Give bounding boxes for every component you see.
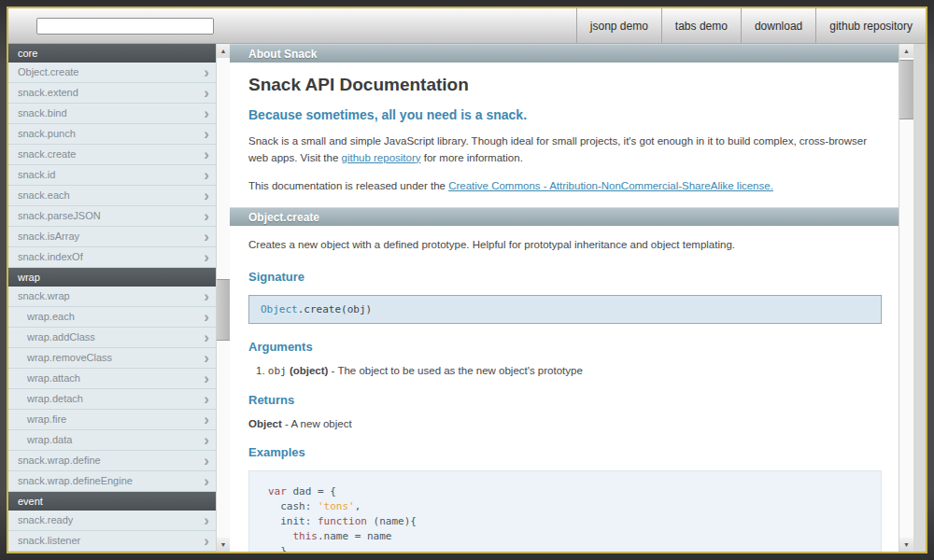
sidebar-item-snack.create[interactable]: snack.create› (8, 145, 216, 165)
chevron-right-icon: › (204, 329, 209, 346)
menu-item-jsonp-demo[interactable]: jsonp demo (576, 8, 661, 43)
sidebar-scroll-track[interactable] (217, 58, 230, 538)
sidebar-item-label: snack.indexOf (18, 247, 204, 267)
object-create-content: Creates a new object with a defined prot… (230, 237, 899, 552)
sidebar-item-snack.punch[interactable]: snack.punch› (8, 124, 216, 145)
sidebar-item-wrap.detach[interactable]: wrap.detach› (8, 389, 216, 410)
right-gap (913, 44, 926, 552)
license-paragraph: This documentation is released under the… (248, 178, 882, 195)
sidebar-item-label: snack.create (18, 145, 204, 164)
sidebar-scroll-thumb[interactable] (217, 279, 230, 341)
sidebar-item-label: wrap.removeClass (27, 348, 204, 368)
sidebar-scrollbar[interactable]: ▲ ▼ (216, 44, 230, 552)
sidebar-item-label: snack.extend (18, 83, 204, 103)
signature-code-box: Object.create(obj) (248, 295, 882, 324)
sidebar-item-label: snack.each (18, 186, 204, 205)
intro-text-after: for more information. (421, 152, 523, 163)
scroll-up-icon[interactable]: ▲ (899, 44, 913, 58)
tagline: Because sometimes, all you need is a sna… (248, 107, 882, 122)
sidebar-item-wrap.data[interactable]: wrap.data› (8, 430, 216, 451)
examples-heading: Examples (248, 445, 882, 459)
chevron-right-icon: › (204, 228, 209, 245)
chevron-right-icon: › (204, 308, 209, 326)
signature-heading: Signature (248, 270, 882, 284)
returns-line: Object - A new object (248, 418, 882, 429)
sidebar-item-snack.listener[interactable]: snack.listener› (8, 531, 216, 552)
chevron-right-icon: › (204, 207, 209, 225)
chevron-right-icon: › (204, 411, 209, 428)
sidebar-item-Object.create[interactable]: Object.create› (8, 63, 216, 83)
scroll-down-icon[interactable]: ▼ (217, 538, 230, 552)
top-bar: jsonp demotabs demodownloadgithub reposi… (8, 8, 926, 44)
sidebar-item-snack.wrap.defineEngine[interactable]: snack.wrap.defineEngine› (8, 471, 216, 492)
sidebar-item-label: snack.punch (18, 124, 204, 144)
code-line: } (268, 544, 881, 552)
scroll-up-icon[interactable]: ▲ (217, 44, 230, 58)
sidebar-item-snack.ready[interactable]: snack.ready› (8, 511, 216, 531)
chevron-right-icon: › (204, 84, 209, 102)
example-code: var dad = { cash: 'tons', init: function… (248, 470, 882, 552)
chevron-right-icon: › (204, 431, 209, 449)
sidebar-item-label: wrap.fire (27, 410, 204, 429)
sidebar-item-snack.bind[interactable]: snack.bind› (8, 104, 216, 124)
chevron-right-icon: › (204, 105, 209, 122)
sidebar-header-wrap: wrap (8, 268, 216, 287)
sidebar-item-label: snack.wrap.define (18, 451, 204, 470)
chevron-right-icon: › (204, 349, 209, 367)
sidebar-item-snack.extend[interactable]: snack.extend› (8, 83, 216, 104)
main-scroll-thumb[interactable] (899, 60, 913, 119)
chevron-right-icon: › (204, 472, 209, 490)
sidebar-item-wrap.addClass[interactable]: wrap.addClass› (8, 328, 216, 348)
chevron-right-icon: › (204, 125, 209, 143)
sidebar-item-label: wrap.data (27, 430, 204, 450)
chevron-right-icon: › (204, 166, 209, 184)
menu-item-github-repository[interactable]: github repository (815, 8, 926, 43)
menu-item-download[interactable]: download (741, 8, 815, 43)
main-scrollbar[interactable]: ▲ ▼ (899, 44, 913, 552)
section-header-about-snack: About Snack (230, 44, 899, 63)
sidebar-item-label: snack.id (18, 165, 204, 185)
code-line: cash: 'tons', (268, 499, 881, 514)
section-header-object-create: Object.create (230, 207, 899, 226)
github-repository-link[interactable]: github repository (342, 152, 421, 163)
sidebar-item-snack.wrap.define[interactable]: snack.wrap.define› (8, 451, 216, 471)
sidebar-item-wrap.attach[interactable]: wrap.attach› (8, 369, 216, 389)
page-backdrop: jsonp demotabs demodownloadgithub reposi… (0, 0, 934, 560)
signature-object-token: Object (261, 303, 298, 315)
sidebar-item-wrap.fire[interactable]: wrap.fire› (8, 410, 216, 430)
sidebar-item-label: snack.ready (18, 511, 204, 530)
sidebar-item-snack.id[interactable]: snack.id› (8, 165, 216, 186)
sidebar-item-snack.indexOf[interactable]: snack.indexOf› (8, 247, 216, 268)
sidebar-item-snack.parseJSON[interactable]: snack.parseJSON› (8, 206, 216, 227)
sidebar-item-wrap.removeClass[interactable]: wrap.removeClass› (8, 348, 216, 369)
intro-paragraph: Snack is a small and simple JavaScript l… (248, 133, 882, 167)
sidebar: coreObject.create›snack.extend›snack.bin… (8, 44, 216, 552)
code-line: this.name = name (268, 529, 881, 544)
sidebar-item-snack.wrap[interactable]: snack.wrap› (8, 287, 216, 307)
creative-commons-license-link[interactable]: Creative Commons - Attribution-NonCommer… (448, 180, 773, 191)
code-line: var dad = { (268, 484, 881, 499)
menu-item-tabs-demo[interactable]: tabs demo (661, 8, 741, 43)
argument-description: - The object to be used as the new objec… (328, 365, 582, 376)
chevron-right-icon: › (204, 390, 209, 408)
returns-type: Object (248, 418, 282, 429)
chevron-right-icon: › (204, 248, 209, 266)
top-menu: jsonp demotabs demodownloadgithub reposi… (576, 8, 926, 43)
argument-type: (object) (290, 365, 329, 376)
scroll-down-icon[interactable]: ▼ (899, 538, 913, 552)
sidebar-item-label: snack.wrap (18, 287, 204, 306)
main-content: About Snack Snack API Documentation Beca… (230, 44, 899, 552)
sidebar-item-snack.each[interactable]: snack.each› (8, 186, 216, 206)
search-input[interactable] (36, 18, 214, 35)
sidebar-item-snack.isArray[interactable]: snack.isArray› (8, 227, 216, 247)
main-scroll-track[interactable] (899, 58, 913, 538)
sidebar-item-label: Object.create (18, 63, 204, 82)
arguments-heading: Arguments (248, 340, 882, 354)
page-title: Snack API Documentation (248, 75, 882, 95)
argument-item: 1. obj (object) - The object to be used … (248, 365, 882, 377)
sidebar-item-wrap.each[interactable]: wrap.each› (8, 307, 216, 328)
chevron-right-icon: › (204, 146, 209, 163)
sidebar-item-label: wrap.addClass (27, 328, 204, 347)
chevron-right-icon: › (204, 370, 209, 387)
code-line: init: function (name){ (268, 514, 881, 529)
